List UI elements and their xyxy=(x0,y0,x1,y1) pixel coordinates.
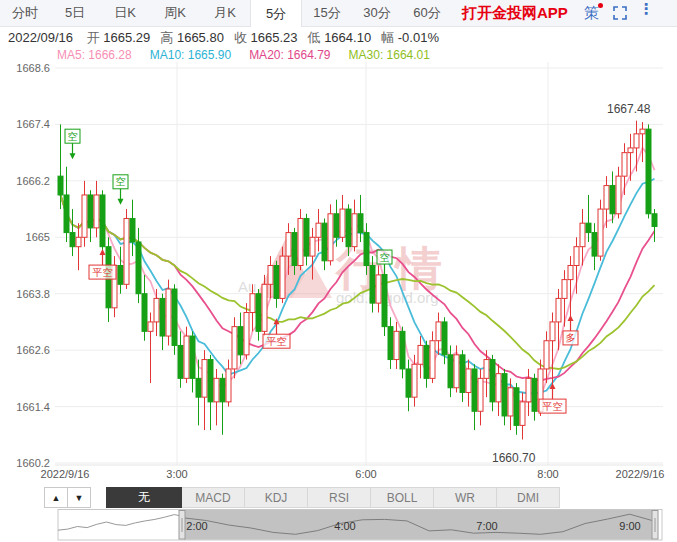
indicator-tab-BOLL[interactable]: BOLL xyxy=(371,487,434,508)
indicator-tab-WR[interactable]: WR xyxy=(434,487,497,508)
fullscreen-icon xyxy=(613,6,627,20)
tab-5日[interactable]: 5日 xyxy=(50,0,100,26)
x-axis-label: 2022/9/16 xyxy=(41,468,90,480)
svg-text:空: 空 xyxy=(380,252,390,263)
ma-legend-item-3: MA20: 1664.79 xyxy=(249,48,330,62)
x-axis-label: 8:00 xyxy=(537,468,558,480)
notification-dot xyxy=(598,3,603,8)
ma-legend-item-1: MA5: 1666.28 xyxy=(57,48,132,62)
tab-30分[interactable]: 30分 xyxy=(352,0,402,26)
navigator-time-label: 7:00 xyxy=(476,520,497,532)
x-axis-label: 6:00 xyxy=(355,468,376,480)
indicator-tabs: 无MACDKDJRSIBOLLWRDMI xyxy=(106,487,560,508)
open-app-link[interactable]: 打开金投网APP xyxy=(462,0,568,26)
svg-text:平空: 平空 xyxy=(543,401,563,412)
field-value: 1665.29 xyxy=(100,30,151,45)
field-label: 开 xyxy=(87,30,100,45)
x-axis-label: 2022/9/16 xyxy=(616,468,665,480)
tab-月K[interactable]: 月K xyxy=(200,0,250,26)
indicator-tab-KDJ[interactable]: KDJ xyxy=(245,487,308,508)
field-value: 1664.10 xyxy=(321,30,372,45)
field-value: 1665.23 xyxy=(247,30,298,45)
svg-text:多: 多 xyxy=(566,332,576,343)
navigator-time-label: 9:00 xyxy=(619,520,640,532)
strategy-label: 策 xyxy=(584,4,599,23)
indicator-bar: ▲ ▼ 无MACDKDJRSIBOLLWRDMI xyxy=(0,487,677,508)
svg-text:空: 空 xyxy=(68,131,78,142)
y-axis-label: 1666.2 xyxy=(16,175,50,187)
ma-legend-item-2: MA10: 1665.90 xyxy=(150,48,231,62)
indicator-tab-MACD[interactable]: MACD xyxy=(182,487,245,508)
svg-text:平空: 平空 xyxy=(267,336,287,347)
indicator-bar-spacer xyxy=(0,487,44,508)
tab-周K[interactable]: 周K xyxy=(150,0,200,26)
tab-5分[interactable]: 5分 xyxy=(250,0,302,27)
y-axis-label: 1668.6 xyxy=(16,62,50,74)
period-tabbar: 分时5日日K周K月K5分15分30分60分 打开金投网APP 策 ⋮ xyxy=(0,0,677,27)
trade-marker-空: 空 xyxy=(65,129,80,159)
candlestick-chart[interactable]: 1668.61667.41666.216651663.81662.61661.4… xyxy=(0,0,677,487)
field-label: 低 xyxy=(308,30,321,45)
scroll-left-button[interactable]: ▲ xyxy=(44,487,68,508)
ma-legend: MA5: 1666.28MA10: 1665.90MA20: 1664.79MA… xyxy=(57,48,448,62)
range-navigator[interactable]: 2:004:007:009:00 xyxy=(0,508,677,542)
y-axis-label: 1667.4 xyxy=(16,118,50,130)
tab-15分[interactable]: 15分 xyxy=(302,0,352,26)
tab-60分[interactable]: 60分 xyxy=(402,0,452,26)
strategy-button[interactable]: 策 xyxy=(584,0,599,26)
scroll-right-button[interactable]: ▼ xyxy=(68,487,91,508)
price-annotation: 1667.48 xyxy=(607,102,651,116)
trade-marker-空: 空 xyxy=(113,175,128,205)
field-label: 幅 xyxy=(381,30,394,45)
period-tabs: 分时5日日K周K月K5分15分30分60分 xyxy=(0,0,452,26)
fullscreen-button[interactable] xyxy=(613,0,627,26)
y-axis-label: 1663.8 xyxy=(16,288,50,300)
price-annotation: 1660.70 xyxy=(492,451,536,465)
navigator-time-label: 2:00 xyxy=(186,520,207,532)
trade-marker-平空: 平空 xyxy=(89,249,116,279)
svg-text:空: 空 xyxy=(116,176,126,187)
field-value: 1665.80 xyxy=(173,30,224,45)
y-axis-label: 1661.4 xyxy=(16,401,50,413)
y-axis-label: 1665 xyxy=(26,231,50,243)
field-value: -0.01% xyxy=(394,30,439,45)
indicator-tab-RSI[interactable]: RSI xyxy=(308,487,371,508)
ohlc-info-row: 2022/09/16 开 1665.29高 1665.80收 1665.23低 … xyxy=(8,29,439,47)
svg-text:行情: 行情 xyxy=(334,242,456,294)
tab-日K[interactable]: 日K xyxy=(100,0,150,26)
tab-分时[interactable]: 分时 xyxy=(0,0,50,26)
x-axis-label: 3:00 xyxy=(166,468,187,480)
ma-legend-item-4: MA30: 1664.01 xyxy=(349,48,430,62)
svg-text:平空: 平空 xyxy=(93,267,113,278)
quote-date: 2022/09/16 xyxy=(8,30,73,45)
navigator-time-label: 4:00 xyxy=(334,520,355,532)
more-menu-button[interactable]: ⋮ xyxy=(639,0,654,26)
y-axis-label: 1662.6 xyxy=(16,344,50,356)
ohlc-fields: 开 1665.29高 1665.80收 1665.23低 1664.10幅 -0… xyxy=(77,30,439,45)
indicator-tab-DMI[interactable]: DMI xyxy=(497,487,560,508)
field-label: 收 xyxy=(234,30,247,45)
navigator-selection[interactable] xyxy=(184,510,652,540)
indicator-tab-无[interactable]: 无 xyxy=(106,487,182,508)
field-label: 高 xyxy=(160,30,173,45)
svg-text:Au: Au xyxy=(238,278,256,295)
